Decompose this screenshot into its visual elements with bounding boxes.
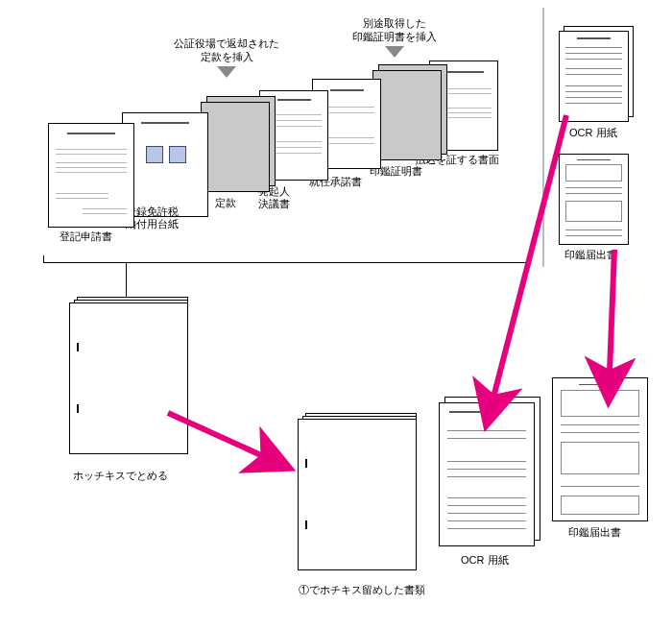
ocr-bottom-label: OCR 用紙 <box>461 554 509 567</box>
insertion-note-inkan: 別途取得した 印鑑証明書を挿入 <box>337 16 452 58</box>
doc-touki <box>48 123 134 228</box>
ocr-top-label: OCR 用紙 <box>569 127 617 139</box>
insertion-note-teikan-text: 公証役場で返却された 定款を挿入 <box>174 37 279 62</box>
arrow-icon <box>609 250 614 396</box>
booklet-left <box>69 297 192 458</box>
ocr-bottom <box>439 402 535 546</box>
separator <box>542 8 544 267</box>
inkantodoke-top-label: 印鑑届出書 <box>564 249 617 261</box>
doc-teikan-label: 定款 <box>215 197 236 209</box>
chevron-down-icon <box>217 66 236 78</box>
inkantodoke-top <box>559 154 629 245</box>
staple-note: ホッチキスでとめる <box>73 469 168 482</box>
doc-touki-label: 登記申請書 <box>60 230 112 243</box>
bundled-label: ①でホチキス留めした書類 <box>299 584 425 596</box>
insertion-note-inkan-text: 別途取得した 印鑑証明書を挿入 <box>352 17 437 42</box>
group-bracket <box>43 255 531 263</box>
doc-inkanshomei <box>372 70 442 160</box>
ocr-top <box>559 31 629 122</box>
doc-teikan <box>201 102 270 192</box>
bracket-stem <box>126 263 127 297</box>
arrow-icon <box>488 115 566 420</box>
insertion-note-teikan: 公証役場で返却された 定款を挿入 <box>169 36 284 78</box>
diagram-root: 公証役場で返却された 定款を挿入 別途取得した 印鑑証明書を挿入 払込を証する書… <box>0 0 672 629</box>
booklet-bundled <box>298 413 420 574</box>
inkantodoke-bottom <box>552 377 648 521</box>
inkantodoke-bottom-label: 印鑑届出書 <box>568 526 621 539</box>
chevron-down-icon <box>385 46 404 58</box>
doc-noufu <box>122 112 208 217</box>
